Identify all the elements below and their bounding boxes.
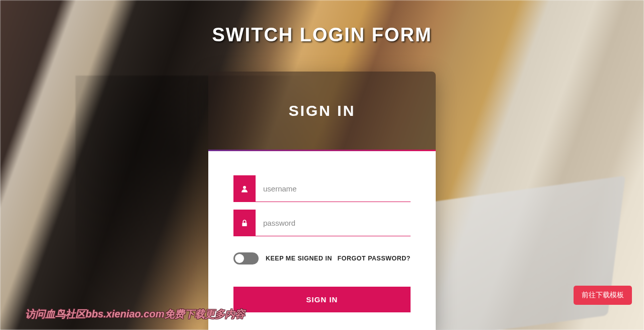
download-template-button[interactable]: 前往下载模板 <box>574 286 632 305</box>
username-group <box>233 175 411 202</box>
password-input[interactable] <box>256 210 411 236</box>
options-row: KEEP ME SIGNED IN FORGOT PASSWORD? <box>233 252 411 265</box>
svg-rect-1 <box>242 223 247 226</box>
card-header: SIGN IN <box>208 72 436 151</box>
watermark-text: 访问血鸟社区bbs.xieniao.com免费下载更多内容 <box>25 307 245 321</box>
lock-icon <box>233 210 256 236</box>
svg-point-0 <box>243 186 246 189</box>
page-title: SWITCH LOGIN FORM <box>212 24 432 46</box>
keep-signed-group: KEEP ME SIGNED IN <box>233 252 332 265</box>
user-icon <box>233 175 256 202</box>
card-body: KEEP ME SIGNED IN FORGOT PASSWORD? SIGN … <box>208 151 436 330</box>
sign-in-button[interactable]: SIGN IN <box>233 287 411 312</box>
login-card: SIGN IN KEEP ME <box>208 72 436 330</box>
keep-signed-label: KEEP ME SIGNED IN <box>266 255 332 262</box>
keep-signed-toggle[interactable] <box>233 252 259 265</box>
card-header-title: SIGN IN <box>289 102 356 119</box>
forgot-password-link[interactable]: FORGOT PASSWORD? <box>338 255 411 262</box>
password-group <box>233 210 411 236</box>
username-input[interactable] <box>256 175 411 202</box>
